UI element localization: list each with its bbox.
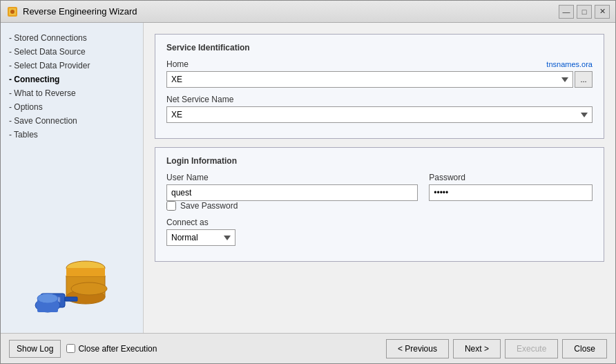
home-browse-button[interactable]: ...: [575, 71, 593, 88]
close-after-execution-group: Close after Execution: [66, 344, 157, 354]
connect-as-row: Connect as Normal SYSDBA SYSOPER: [166, 218, 593, 246]
save-password-row: Save Password: [166, 201, 593, 211]
password-label: Password: [429, 173, 593, 182]
sidebar-illustration: [6, 242, 137, 325]
close-button[interactable]: Close: [562, 339, 607, 358]
window-controls: — □ ✕: [559, 5, 610, 19]
db-connector-icon: [27, 256, 117, 325]
net-service-name-select[interactable]: XE: [166, 106, 593, 123]
svg-rect-12: [65, 297, 77, 301]
home-label-row: Home tnsnames.ora: [166, 59, 593, 69]
next-button[interactable]: Next >: [453, 339, 501, 358]
sidebar-item-tables[interactable]: - Tables: [6, 128, 137, 142]
maximize-button[interactable]: □: [577, 5, 592, 19]
window-title: Reverse Engineering Wizard: [23, 6, 559, 17]
footer-right: < Previous Next > Execute Close: [386, 339, 607, 358]
sidebar-item-connecting[interactable]: - Connecting: [6, 73, 137, 86]
sidebar-item-stored-connections[interactable]: - Stored Connections: [6, 31, 137, 45]
previous-button[interactable]: < Previous: [386, 339, 449, 358]
close-after-execution-checkbox[interactable]: [66, 344, 75, 353]
title-bar: Reverse Engineering Wizard — □ ✕: [1, 1, 615, 23]
connect-as-select-wrapper: Normal SYSDBA SYSOPER: [166, 229, 235, 246]
main-panel: Service Identification Home tnsnames.ora…: [144, 23, 615, 333]
show-log-button[interactable]: Show Log: [9, 340, 61, 358]
sidebar-item-select-data-source[interactable]: - Select Data Source: [6, 45, 137, 59]
login-information-title: Login Information: [166, 156, 593, 166]
service-identification-title: Service Identification: [166, 43, 593, 52]
username-input[interactable]: [166, 184, 418, 201]
close-after-execution-label[interactable]: Close after Execution: [78, 344, 157, 354]
footer-left: Show Log Close after Execution: [9, 340, 157, 358]
net-service-name-label: Net Service Name: [166, 95, 593, 104]
username-password-row: User Name Password: [166, 173, 593, 201]
password-input[interactable]: [429, 184, 593, 201]
username-col: User Name: [166, 173, 418, 201]
net-service-name-select-wrapper: XE: [166, 106, 593, 123]
save-password-checkbox[interactable]: [166, 201, 176, 211]
app-icon: [6, 6, 19, 18]
sidebar: - Stored Connections - Select Data Sourc…: [1, 23, 144, 333]
home-select[interactable]: XE: [166, 71, 573, 88]
login-information-section: Login Information User Name Password Sav…: [155, 147, 604, 262]
sidebar-item-select-data-provider[interactable]: - Select Data Provider: [6, 59, 137, 73]
sidebar-item-options[interactable]: - Options: [6, 100, 137, 114]
execute-button[interactable]: Execute: [505, 339, 558, 358]
svg-point-2: [10, 10, 15, 14]
sidebar-nav: - Stored Connections - Select Data Sourc…: [6, 31, 137, 242]
password-col: Password: [429, 173, 593, 201]
connect-as-select[interactable]: Normal SYSDBA SYSOPER: [166, 229, 235, 246]
home-field-row: Home tnsnames.ora XE ...: [166, 59, 593, 88]
main-window: Reverse Engineering Wizard — □ ✕ - Store…: [0, 0, 616, 364]
sidebar-item-save-connection[interactable]: - Save Connection: [6, 114, 137, 128]
minimize-button[interactable]: —: [559, 5, 574, 19]
footer: Show Log Close after Execution < Previou…: [1, 333, 615, 363]
home-label: Home: [166, 59, 189, 69]
connect-as-label: Connect as: [166, 218, 593, 227]
tnsnames-link[interactable]: tnsnames.ora: [546, 60, 593, 68]
sidebar-item-what-to-reverse[interactable]: - What to Reverse: [6, 86, 137, 100]
close-window-button[interactable]: ✕: [595, 5, 610, 19]
svg-point-8: [71, 282, 107, 295]
home-input-group: XE ...: [166, 71, 593, 88]
service-identification-section: Service Identification Home tnsnames.ora…: [155, 34, 604, 139]
content-area: - Stored Connections - Select Data Sourc…: [1, 23, 615, 333]
save-password-label[interactable]: Save Password: [180, 201, 238, 211]
home-select-wrapper: XE: [166, 71, 573, 88]
net-service-name-field-row: Net Service Name XE: [166, 95, 593, 123]
svg-rect-7: [66, 268, 105, 276]
username-label: User Name: [166, 173, 418, 182]
svg-point-15: [37, 294, 58, 303]
